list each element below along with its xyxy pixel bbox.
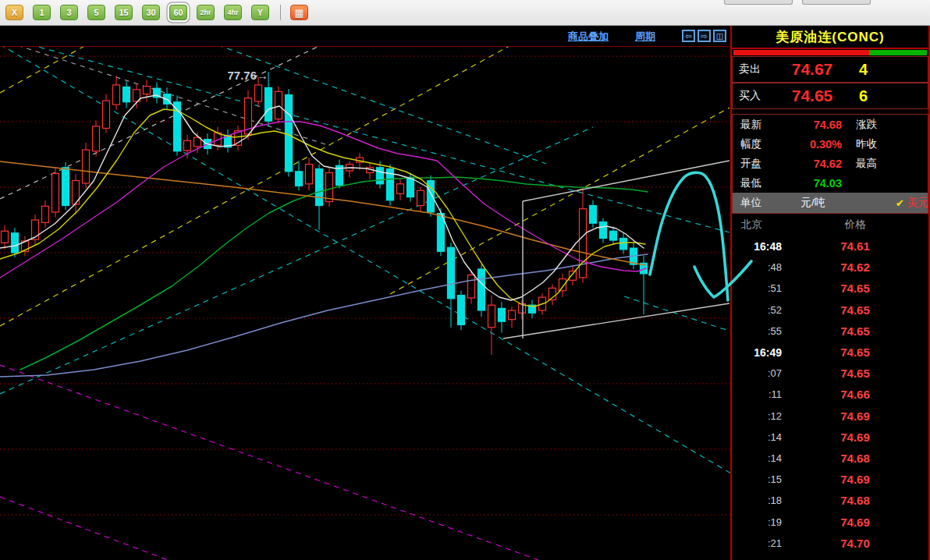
stat-row: 开盘74.62最高	[733, 154, 928, 173]
trendline-cyan-down-short	[624, 296, 730, 331]
tick-row: :5574.65	[732, 321, 928, 342]
cropped-top-button-1[interactable]	[724, 0, 793, 5]
timeframe-1-button[interactable]: 1	[33, 5, 51, 20]
stat-value: 74.68	[778, 119, 847, 131]
tick-row: :0774.65	[732, 363, 928, 384]
candle-body	[184, 140, 191, 151]
candle-body	[93, 126, 100, 151]
tick-price: 74.65	[782, 303, 928, 317]
trendline-cyan-down-2	[179, 47, 546, 164]
candle-body	[458, 296, 465, 325]
next-arrow-icon[interactable]: ⇨	[698, 30, 711, 42]
tick-time: 16:48	[732, 240, 782, 253]
title-separator	[732, 48, 928, 49]
tick-row: :1474.69	[732, 427, 928, 448]
candle-body	[316, 168, 323, 205]
tick-row: :1274.69	[732, 406, 928, 427]
ma-long-blue	[0, 254, 648, 377]
candle-body	[62, 168, 69, 206]
timeframe-4hr-button[interactable]: 4hr	[224, 5, 242, 20]
symbol-title: 美原油连(CONC)	[732, 26, 928, 48]
candle-body	[407, 177, 414, 197]
candle-body	[52, 173, 59, 212]
stat-value: 74.03	[778, 177, 847, 190]
sell-row: 卖出 74.67 4	[732, 56, 928, 83]
candle-body	[478, 269, 485, 310]
candle-body	[580, 209, 587, 278]
tick-price: 74.69	[782, 409, 928, 423]
sell-price: 74.67	[775, 60, 850, 79]
candle-body	[559, 279, 566, 291]
tick-row: :1474.68	[732, 448, 928, 469]
chart-area[interactable]: 商品叠加 周期 ⇦ ⇨ ◫ 77.76→	[0, 26, 730, 560]
timeframe-15-button[interactable]: 15	[115, 5, 133, 20]
toolbar-separator	[280, 5, 281, 20]
tick-time: :18	[732, 494, 782, 506]
stat-row: 最新74.68涨跌	[733, 115, 928, 134]
candle-body	[509, 310, 516, 320]
high-price-annotation: 77.76→	[227, 69, 268, 82]
tick-price: 74.68	[782, 494, 928, 507]
tick-time: :52	[732, 304, 782, 316]
tick-time: :55	[732, 325, 782, 337]
unit-label: 单位	[740, 196, 778, 210]
candle-body	[570, 271, 577, 281]
candle-body	[448, 247, 455, 299]
tick-price: 74.70	[782, 537, 928, 550]
period-link[interactable]: 周期	[635, 30, 655, 44]
stat-label: 最低	[740, 176, 778, 190]
tick-row: :2174.70	[732, 533, 928, 554]
tick-price: 74.69	[782, 516, 928, 529]
timeframe-Y-button[interactable]: Y	[251, 5, 269, 20]
ma-long-green	[20, 177, 648, 370]
quote-panel: 美原油连(CONC) 卖出 74.67 4 买入 74.65 6 最新74.68…	[730, 26, 930, 560]
unit-value: 元/吨	[778, 196, 848, 210]
candle-body	[286, 95, 293, 172]
candle-body	[610, 231, 617, 240]
candle-body	[144, 87, 151, 94]
tick-row: 16:4874.61	[732, 236, 928, 257]
channel-line-0	[523, 161, 729, 201]
stat-row: 幅度0.30%昨收	[733, 134, 928, 154]
buy-sell-strength-bar	[733, 50, 927, 55]
tick-price: 74.65	[782, 324, 928, 338]
sell-qty: 4	[859, 61, 868, 79]
candle-body	[499, 308, 506, 321]
stat-row: 最低74.03	[733, 173, 928, 193]
tick-row: :1174.66	[732, 384, 928, 405]
trendline-yellow-up-3	[390, 108, 729, 294]
timeframe-30-button[interactable]: 30	[142, 5, 160, 20]
tick-price: 74.68	[782, 452, 928, 465]
layout-grid-icon[interactable]: ▦	[290, 5, 308, 20]
cropped-top-button-2[interactable]	[802, 0, 871, 5]
prev-arrow-icon[interactable]: ⇦	[682, 30, 695, 42]
buy-strength	[869, 50, 927, 55]
tick-price: 74.69	[782, 473, 928, 486]
timeframe-2hr-button[interactable]: 2hr	[197, 5, 215, 20]
price-chart[interactable]: 77.76→	[0, 47, 730, 560]
candle-body	[377, 168, 384, 184]
tick-time: :11	[732, 388, 782, 400]
sell-strength	[733, 50, 869, 55]
tick-price: 74.62	[782, 261, 928, 274]
stats-box: 最新74.68涨跌幅度0.30%昨收开盘74.62最高最低74.03 单位 元/…	[732, 114, 928, 214]
timeframe-3-button[interactable]: 3	[60, 5, 78, 20]
candle-body	[468, 275, 475, 298]
buy-label: 买入	[733, 89, 775, 103]
overlay-symbols-link[interactable]: 商品叠加	[568, 30, 609, 44]
candle-body	[397, 184, 404, 194]
candle-body	[620, 239, 627, 250]
timeframe-60-button[interactable]: 60	[169, 5, 187, 20]
stat-value: 74.62	[778, 158, 847, 170]
tick-row: :1574.69	[732, 469, 928, 490]
stat-label: 开盘	[740, 157, 778, 171]
split-view-icon[interactable]: ◫	[713, 30, 726, 42]
check-icon[interactable]: ✔	[896, 197, 904, 209]
trading-app-window: X1351530602hr4hrY▦ 商品叠加 周期 ⇦ ⇨ ◫ 77.76→ …	[0, 0, 930, 560]
candle-body	[590, 206, 597, 224]
buy-qty: 6	[859, 87, 868, 105]
timeframe-close-button[interactable]: X	[5, 5, 23, 20]
tick-row: :1874.68	[732, 490, 928, 511]
candle-body	[2, 231, 9, 243]
timeframe-5-button[interactable]: 5	[87, 5, 105, 20]
